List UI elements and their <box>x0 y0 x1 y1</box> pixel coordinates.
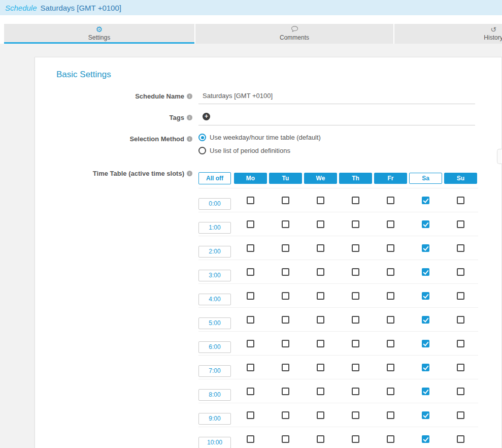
slot-checkbox-we-3-00[interactable] <box>317 268 324 276</box>
slot-checkbox-th-10-00[interactable] <box>352 435 359 443</box>
slot-checkbox-sa-6-00[interactable] <box>422 340 429 347</box>
slot-checkbox-tu-2-00[interactable] <box>282 244 289 252</box>
time-toggle-7-00[interactable]: 7:00 <box>198 365 231 377</box>
slot-checkbox-mo-1-00[interactable] <box>247 220 254 228</box>
day-toggle-mo[interactable]: Mo <box>234 173 267 184</box>
tab-comments[interactable]: Comments <box>195 24 393 44</box>
time-toggle-0-00[interactable]: 0:00 <box>198 198 231 210</box>
slot-checkbox-su-0-00[interactable] <box>457 197 464 204</box>
slot-checkbox-th-6-00[interactable] <box>352 340 359 347</box>
time-toggle-8-00[interactable]: 8:00 <box>198 389 231 401</box>
slot-checkbox-su-3-00[interactable] <box>457 268 464 276</box>
slot-checkbox-th-1-00[interactable] <box>352 220 359 228</box>
slot-checkbox-mo-6-00[interactable] <box>247 340 254 347</box>
slot-checkbox-mo-10-00[interactable] <box>247 435 254 443</box>
info-icon[interactable]: i <box>187 171 192 176</box>
slot-checkbox-tu-1-00[interactable] <box>282 220 289 228</box>
schedule-name-input[interactable]: Saturdays [GMT +0100] <box>198 91 475 104</box>
slot-checkbox-tu-6-00[interactable] <box>282 340 289 347</box>
time-toggle-1-00[interactable]: 1:00 <box>198 222 231 234</box>
slot-checkbox-fr-2-00[interactable] <box>387 244 394 252</box>
slot-checkbox-mo-8-00[interactable] <box>247 388 254 395</box>
slot-checkbox-su-4-00[interactable] <box>457 292 464 300</box>
slot-checkbox-mo-2-00[interactable] <box>247 244 254 252</box>
info-icon[interactable]: i <box>187 115 192 120</box>
day-toggle-fr[interactable]: Fr <box>374 173 407 184</box>
slot-checkbox-mo-3-00[interactable] <box>247 268 254 276</box>
slot-checkbox-tu-8-00[interactable] <box>282 388 289 395</box>
slot-checkbox-we-4-00[interactable] <box>317 292 324 300</box>
info-icon[interactable]: i <box>187 93 192 99</box>
slot-checkbox-su-1-00[interactable] <box>457 220 464 228</box>
tab-history[interactable]: ↺ History <box>394 24 502 44</box>
slot-checkbox-we-1-00[interactable] <box>317 220 324 228</box>
slot-checkbox-fr-9-00[interactable] <box>387 411 394 419</box>
day-toggle-we[interactable]: We <box>304 173 337 184</box>
radio-option-1[interactable]: Use weekday/hour time table (default) <box>198 134 321 141</box>
slot-checkbox-su-7-00[interactable] <box>457 364 464 371</box>
slot-checkbox-tu-10-00[interactable] <box>282 435 289 443</box>
time-toggle-9-00[interactable]: 9:00 <box>198 413 231 425</box>
slot-checkbox-tu-9-00[interactable] <box>282 411 289 419</box>
slot-checkbox-tu-0-00[interactable] <box>282 197 289 204</box>
slot-checkbox-su-8-00[interactable] <box>457 388 464 395</box>
slot-checkbox-sa-5-00[interactable] <box>422 316 429 324</box>
tab-settings[interactable]: ⚙︎ Settings <box>4 24 194 44</box>
slot-checkbox-fr-1-00[interactable] <box>387 220 394 228</box>
slot-checkbox-th-2-00[interactable] <box>352 244 359 252</box>
slot-checkbox-fr-8-00[interactable] <box>387 388 394 395</box>
add-tag-button[interactable]: + <box>203 113 210 120</box>
slot-checkbox-su-6-00[interactable] <box>457 340 464 347</box>
slot-checkbox-fr-4-00[interactable] <box>387 292 394 300</box>
slot-checkbox-th-5-00[interactable] <box>352 316 359 324</box>
slot-checkbox-th-4-00[interactable] <box>352 292 359 300</box>
slot-checkbox-sa-0-00[interactable] <box>422 197 429 204</box>
time-toggle-6-00[interactable]: 6:00 <box>198 341 231 353</box>
slot-checkbox-tu-3-00[interactable] <box>282 268 289 276</box>
side-panel-handle[interactable] <box>497 149 502 164</box>
slot-checkbox-fr-5-00[interactable] <box>387 316 394 324</box>
slot-checkbox-we-0-00[interactable] <box>317 197 324 204</box>
slot-checkbox-we-2-00[interactable] <box>317 244 324 252</box>
day-toggle-tu[interactable]: Tu <box>269 173 302 184</box>
slot-checkbox-tu-7-00[interactable] <box>282 364 289 371</box>
slot-checkbox-mo-7-00[interactable] <box>247 364 254 371</box>
time-toggle-5-00[interactable]: 5:00 <box>198 317 231 329</box>
slot-checkbox-tu-4-00[interactable] <box>282 292 289 300</box>
info-icon[interactable]: i <box>187 136 192 142</box>
time-toggle-2-00[interactable]: 2:00 <box>198 246 231 258</box>
slot-checkbox-fr-0-00[interactable] <box>387 197 394 204</box>
slot-checkbox-sa-2-00[interactable] <box>422 244 429 252</box>
slot-checkbox-su-2-00[interactable] <box>457 244 464 252</box>
day-toggle-th[interactable]: Th <box>339 173 372 184</box>
slot-checkbox-sa-4-00[interactable] <box>422 292 429 300</box>
slot-checkbox-we-7-00[interactable] <box>317 364 324 371</box>
slot-checkbox-su-10-00[interactable] <box>457 435 464 443</box>
slot-checkbox-th-9-00[interactable] <box>352 411 359 419</box>
slot-checkbox-th-3-00[interactable] <box>352 268 359 276</box>
slot-checkbox-we-10-00[interactable] <box>317 435 324 443</box>
slot-checkbox-sa-3-00[interactable] <box>422 268 429 276</box>
radio-option-2[interactable]: Use list of period definitions <box>198 147 321 154</box>
slot-checkbox-fr-6-00[interactable] <box>387 340 394 347</box>
slot-checkbox-th-0-00[interactable] <box>352 197 359 204</box>
time-toggle-4-00[interactable]: 4:00 <box>198 294 231 305</box>
slot-checkbox-sa-9-00[interactable] <box>422 411 429 419</box>
slot-checkbox-tu-5-00[interactable] <box>282 316 289 324</box>
slot-checkbox-mo-4-00[interactable] <box>247 292 254 300</box>
day-toggle-sa[interactable]: Sa <box>409 173 442 184</box>
slot-checkbox-fr-10-00[interactable] <box>387 435 394 443</box>
slot-checkbox-we-9-00[interactable] <box>317 411 324 419</box>
slot-checkbox-fr-3-00[interactable] <box>387 268 394 276</box>
slot-checkbox-sa-7-00[interactable] <box>422 364 429 371</box>
slot-checkbox-we-6-00[interactable] <box>317 340 324 347</box>
slot-checkbox-fr-7-00[interactable] <box>387 364 394 371</box>
time-toggle-3-00[interactable]: 3:00 <box>198 270 231 281</box>
slot-checkbox-we-5-00[interactable] <box>317 316 324 324</box>
slot-checkbox-th-7-00[interactable] <box>352 364 359 371</box>
slot-checkbox-mo-5-00[interactable] <box>247 316 254 324</box>
slot-checkbox-we-8-00[interactable] <box>317 388 324 395</box>
slot-checkbox-sa-8-00[interactable] <box>422 388 429 395</box>
slot-checkbox-sa-1-00[interactable] <box>422 220 429 228</box>
all-off-button[interactable]: All off <box>198 172 231 184</box>
